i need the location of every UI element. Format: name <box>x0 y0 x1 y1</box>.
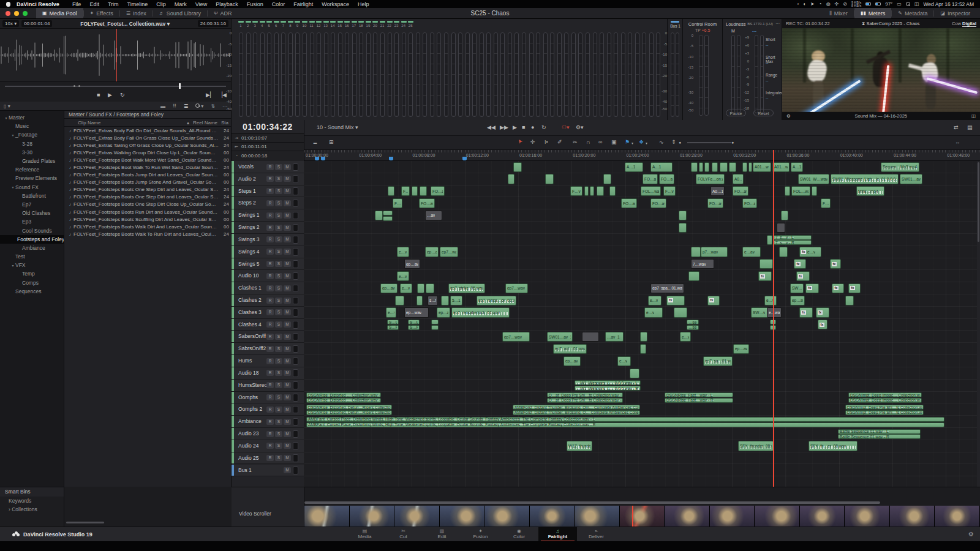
timeline-options-icon[interactable]: 🗕 <box>312 139 318 145</box>
file-row[interactable]: ♪FOLYFeet_Extras Walking Group Dirt Clos… <box>64 149 231 156</box>
file-row[interactable]: ♪FOLYFeet_Footsteps Boots Jump Dirt and … <box>64 171 231 179</box>
mute-button[interactable]: M <box>284 225 291 231</box>
record-arm-button[interactable]: R <box>266 188 274 194</box>
track-fader[interactable] <box>293 406 298 414</box>
track-header-sabrson-ff2[interactable]: SabrsOn/ff2RSM <box>232 343 304 355</box>
audio-clip[interactable]: ep…av <box>380 283 398 293</box>
menu-clip[interactable]: Clip <box>156 1 166 7</box>
audio-clip[interactable]: ep7_spa…01.wav <box>650 283 684 293</box>
track-header-steps-2[interactable]: Steps 2RSM <box>232 197 304 209</box>
audio-clip[interactable]: s…t <box>428 296 438 305</box>
menu-clock[interactable]: Wed Apr 16 12:52 AM <box>923 1 974 7</box>
audio-clip[interactable]: …se R <box>687 325 699 330</box>
toolbar-mixer[interactable]: ⫼Mixer <box>823 8 854 18</box>
record-arm-button[interactable]: R <box>266 164 274 170</box>
zoom-window-button[interactable] <box>23 11 28 16</box>
audio-clip[interactable]: S…L <box>387 320 399 324</box>
audio-clip[interactable] <box>582 332 599 342</box>
audio-clip[interactable]: ep7…wav <box>440 247 458 257</box>
menu-help[interactable]: Help <box>358 1 369 7</box>
reset-button[interactable]: Reset <box>753 110 774 116</box>
audio-clip[interactable]: Mille…mp4 <box>856 186 884 196</box>
scroller-thumbnail[interactable] <box>800 506 845 527</box>
track-lane[interactable] <box>304 355 977 367</box>
track-header-vocals[interactable]: VocalsRSM <box>232 161 304 173</box>
project-settings-gear-icon[interactable]: ⚙ <box>968 531 974 538</box>
audio-clip[interactable] <box>691 247 701 257</box>
track-lane[interactable] <box>304 452 977 465</box>
chevron-left-icon[interactable]: ‹ <box>797 1 799 7</box>
file-row[interactable]: ♪FOLYFeet_Extras Body Fall On Grass Clos… <box>64 134 231 141</box>
sidebar-item-collections[interactable]: › Collections <box>0 505 64 514</box>
file-row[interactable]: ♪FOLYFeet_Footsteps Boots Jump Stone And… <box>64 179 231 186</box>
bin-ep7[interactable]: Ep7 <box>0 200 64 209</box>
menu-mark[interactable]: Mark <box>175 1 187 7</box>
audio-clip[interactable]: FOLYFe…on.wav <box>696 174 725 184</box>
track-fader[interactable] <box>293 163 298 171</box>
audio-clip[interactable] <box>383 216 393 221</box>
menu-playback[interactable]: Playback <box>216 1 238 7</box>
timeline-link-icon[interactable]: ⇄ <box>954 124 959 130</box>
filmstrip-view-icon[interactable]: ▬ <box>160 103 165 109</box>
bin-graded-plates[interactable]: Graded Plates <box>0 157 64 165</box>
track-lane[interactable] <box>304 197 977 209</box>
control-center-icon[interactable]: ◫ <box>914 1 919 7</box>
timeline-timecode[interactable]: 01:00:34:22 <box>232 120 304 134</box>
track-header-audio-18[interactable]: Audio 18RSM <box>232 367 304 380</box>
file-row[interactable]: ♪FOLYFeet_Footsteps Boots Walk To Run Di… <box>64 230 231 238</box>
mute-button[interactable]: M <box>284 467 291 473</box>
audio-clip[interactable]: FO…av <box>419 198 435 208</box>
timeline-hscrollbar[interactable] <box>304 501 980 504</box>
preview-playhead[interactable] <box>116 29 117 81</box>
toolbar-metadata[interactable]: ✎Metadata <box>892 8 933 18</box>
minimize-window-button[interactable] <box>14 11 19 16</box>
scroller-thumbnail[interactable] <box>755 506 800 527</box>
solo-button[interactable]: S <box>275 443 282 449</box>
menu-fairlight[interactable]: Fairlight <box>293 1 313 7</box>
audio-clip[interactable] <box>513 162 522 172</box>
track-lane[interactable] <box>304 209 977 222</box>
audio-clip[interactable]: fx <box>794 259 806 269</box>
scroller-thumbnail[interactable] <box>440 506 485 527</box>
solo-button[interactable]: S <box>275 370 282 376</box>
automation-settings-icon[interactable]: ⚙▾ <box>576 124 584 130</box>
audio-clip[interactable]: A…1 <box>625 162 643 172</box>
file-row[interactable]: ♪FOLYFeet_Footsteps Boot Walk To Run Wet… <box>64 163 231 171</box>
audio-clip[interactable] <box>729 162 736 172</box>
audio-clip[interactable] <box>590 186 594 196</box>
extension-icon[interactable]: ✣ <box>835 1 839 7</box>
audio-clip[interactable] <box>420 186 427 196</box>
track-fader[interactable] <box>293 454 298 462</box>
audio-clip[interactable]: ep…av <box>425 247 439 257</box>
audio-clip[interactable]: F…v <box>663 186 676 196</box>
audio-clip[interactable] <box>781 211 788 220</box>
record-arm-button[interactable]: R <box>266 370 274 376</box>
record-arm-button[interactable]: R <box>266 285 274 291</box>
file-row[interactable]: ♪FOLYFeet_Footsteps Boots Scuffling Dirt… <box>64 216 231 223</box>
audio-clip[interactable] <box>704 162 709 172</box>
bin-comps[interactable]: Comps <box>0 279 64 287</box>
bin-master[interactable]: ▾Master <box>0 113 64 122</box>
audio-clip[interactable]: fx <box>816 307 829 317</box>
track-lane[interactable] <box>304 367 977 380</box>
timeline-marker[interactable] <box>315 157 319 161</box>
track-fader[interactable] <box>293 394 298 402</box>
bin-sequences[interactable]: Sequences <box>0 287 64 296</box>
bin-vfx[interactable]: ▾VFX <box>0 261 64 269</box>
audio-clip[interactable]: 7_s…v - L <box>774 235 812 240</box>
track-fader[interactable] <box>293 345 298 353</box>
pause-button[interactable]: Pause <box>726 110 746 116</box>
audio-clip[interactable]: DSGNImpt_Deep Pre Shi…ts Collection.wav … <box>845 410 924 415</box>
audio-clip[interactable]: fx <box>830 259 841 269</box>
audio-clip[interactable]: …se L <box>687 320 699 324</box>
bin-reference[interactable]: Reference <box>0 165 64 174</box>
track-fader[interactable] <box>293 418 298 426</box>
playhead[interactable] <box>773 150 774 487</box>
track-header-swings-4[interactable]: Swings 4RSM <box>232 246 304 258</box>
track-header-saberson-ff[interactable]: SabersOn/ffRSM <box>232 331 304 343</box>
record-arm-button[interactable]: R <box>266 334 274 340</box>
sort-icon[interactable]: ⇅ <box>211 103 215 109</box>
audio-clip[interactable]: 7_s…v - R <box>774 240 812 245</box>
audio-clip[interactable]: A0…1 <box>733 174 744 184</box>
close-window-button[interactable] <box>6 11 10 16</box>
